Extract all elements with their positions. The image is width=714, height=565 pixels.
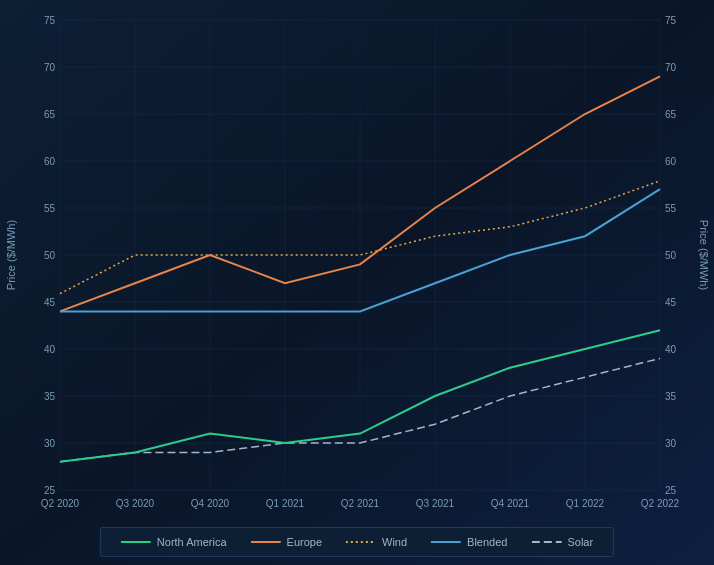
chart-container: 75 70 65 60 55 50 45 40 35 30 25 75 70 6… xyxy=(0,0,714,565)
svg-text:35: 35 xyxy=(665,391,677,402)
svg-text:55: 55 xyxy=(665,203,677,214)
svg-text:35: 35 xyxy=(44,391,56,402)
svg-text:Q4 2021: Q4 2021 xyxy=(491,498,530,509)
svg-text:25: 25 xyxy=(44,485,56,496)
svg-text:Price ($/MWh): Price ($/MWh) xyxy=(5,220,17,290)
svg-text:Q2 2021: Q2 2021 xyxy=(341,498,380,509)
svg-text:Q1 2022: Q1 2022 xyxy=(566,498,605,509)
solar-legend-label: Solar xyxy=(567,536,593,548)
svg-text:60: 60 xyxy=(44,156,56,167)
svg-text:Q3 2021: Q3 2021 xyxy=(416,498,455,509)
svg-text:Q2 2020: Q2 2020 xyxy=(41,498,80,509)
europe-legend-label: Europe xyxy=(287,536,322,548)
wind-legend-icon xyxy=(346,537,376,547)
svg-text:65: 65 xyxy=(665,109,677,120)
y-axis-label: Price ($/MWh) xyxy=(5,220,17,290)
svg-text:25: 25 xyxy=(665,485,677,496)
svg-text:75: 75 xyxy=(44,15,56,26)
svg-text:70: 70 xyxy=(44,62,56,73)
north-america-legend-icon xyxy=(121,537,151,547)
y-axis-right-label: Price ($/MWh) xyxy=(698,220,710,290)
svg-text:Q2 2022: Q2 2022 xyxy=(641,498,680,509)
svg-text:Q3 2020: Q3 2020 xyxy=(116,498,155,509)
legend-item-wind: Wind xyxy=(346,536,407,548)
svg-text:40: 40 xyxy=(665,344,677,355)
svg-text:45: 45 xyxy=(665,297,677,308)
svg-text:70: 70 xyxy=(665,62,677,73)
north-america-legend-label: North America xyxy=(157,536,227,548)
x-axis-labels: Q2 2020 Q3 2020 Q4 2020 Q1 2021 Q2 2021 … xyxy=(41,498,680,509)
chart-svg: 75 70 65 60 55 50 45 40 35 30 25 75 70 6… xyxy=(0,0,714,565)
blended-legend-label: Blended xyxy=(467,536,507,548)
svg-text:65: 65 xyxy=(44,109,56,120)
svg-text:Q4 2020: Q4 2020 xyxy=(191,498,230,509)
svg-text:45: 45 xyxy=(44,297,56,308)
legend-item-solar: Solar xyxy=(531,536,593,548)
wind-legend-label: Wind xyxy=(382,536,407,548)
svg-text:Q1 2021: Q1 2021 xyxy=(266,498,305,509)
svg-rect-0 xyxy=(0,0,714,565)
europe-legend-icon xyxy=(251,537,281,547)
legend-item-europe: Europe xyxy=(251,536,322,548)
svg-text:50: 50 xyxy=(665,250,677,261)
svg-text:30: 30 xyxy=(665,438,677,449)
blended-legend-icon xyxy=(431,537,461,547)
legend-item-blended: Blended xyxy=(431,536,507,548)
svg-text:60: 60 xyxy=(665,156,677,167)
solar-legend-icon xyxy=(531,537,561,547)
chart-legend: North America Europe Wind Blended Solar xyxy=(100,527,614,557)
svg-text:50: 50 xyxy=(44,250,56,261)
legend-item-north-america: North America xyxy=(121,536,227,548)
svg-text:40: 40 xyxy=(44,344,56,355)
svg-text:30: 30 xyxy=(44,438,56,449)
svg-text:55: 55 xyxy=(44,203,56,214)
svg-text:75: 75 xyxy=(665,15,677,26)
